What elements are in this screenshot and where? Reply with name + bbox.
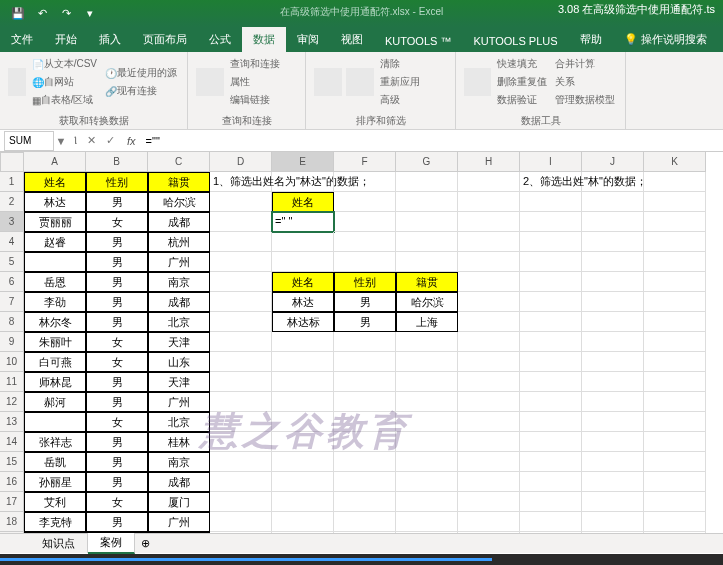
cell[interactable] [334,192,396,212]
col-header-D[interactable]: D [210,152,272,172]
cell[interactable] [272,492,334,512]
fx-icon[interactable]: fx [127,135,136,147]
cell[interactable]: 男 [86,432,148,452]
cell[interactable] [520,492,582,512]
cell[interactable]: 师林昆 [24,372,86,392]
cell[interactable]: 林达 [24,192,86,212]
cell[interactable]: 男 [86,232,148,252]
cell[interactable] [520,212,582,232]
get-data-icon[interactable] [8,68,26,96]
cell[interactable]: 性别 [334,272,396,292]
cell[interactable] [396,372,458,392]
cell[interactable] [210,492,272,512]
from-web-button[interactable]: 🌐 自网站 [28,73,101,91]
refresh-all-icon[interactable] [196,68,224,96]
cell[interactable] [458,352,520,372]
cell[interactable] [644,372,706,392]
cell[interactable]: 男 [86,192,148,212]
row-header-2[interactable]: 2 [0,192,24,212]
cell[interactable]: 哈尔滨 [148,192,210,212]
from-table-button[interactable]: ▦ 自表格/区域 [28,91,101,109]
cell[interactable] [396,512,458,532]
cell[interactable] [334,452,396,472]
cell[interactable]: 广州 [148,392,210,412]
properties-button[interactable]: 属性 [226,73,284,91]
cell[interactable] [334,232,396,252]
cell[interactable]: 籍贯 [396,272,458,292]
cell[interactable] [520,332,582,352]
cell[interactable] [334,352,396,372]
cell[interactable] [396,172,458,192]
row-header-8[interactable]: 8 [0,312,24,332]
col-header-K[interactable]: K [644,152,706,172]
cell[interactable]: 1、筛选出姓名为"林达"的数据； [210,172,272,192]
row-header-5[interactable]: 5 [0,252,24,272]
add-sheet-icon[interactable]: ⊕ [135,537,156,550]
cell[interactable] [582,292,644,312]
col-header-B[interactable]: B [86,152,148,172]
cell[interactable] [272,412,334,432]
cell[interactable] [272,332,334,352]
row-header-13[interactable]: 13 [0,412,24,432]
cell[interactable] [272,512,334,532]
cell[interactable] [520,292,582,312]
cell[interactable]: 男 [86,392,148,412]
cell[interactable]: 女 [86,352,148,372]
cell[interactable] [396,332,458,352]
cell[interactable] [396,232,458,252]
cell[interactable] [210,332,272,352]
cell[interactable] [520,372,582,392]
cell[interactable]: 成都 [148,472,210,492]
row-header-10[interactable]: 10 [0,352,24,372]
redo-icon[interactable]: ↷ [57,5,75,23]
cell[interactable] [396,412,458,432]
queries-button[interactable]: 查询和连接 [226,55,284,73]
cell[interactable] [520,432,582,452]
cell[interactable] [24,412,86,432]
select-all-corner[interactable] [0,152,24,172]
cell[interactable]: =" " [272,212,334,232]
cell[interactable] [458,272,520,292]
cell[interactable]: 南京 [148,272,210,292]
cell[interactable] [582,172,644,192]
cell[interactable] [582,452,644,472]
cell[interactable]: 广州 [148,252,210,272]
cell[interactable]: 天津 [148,372,210,392]
cell[interactable] [644,472,706,492]
cancel-icon[interactable]: ✕ [87,134,96,147]
cell[interactable]: 上海 [396,312,458,332]
cell[interactable]: 北京 [148,312,210,332]
advanced-filter-button[interactable]: 高级 [376,91,424,109]
cell[interactable] [210,232,272,252]
cell[interactable]: 艾利 [24,492,86,512]
cell[interactable] [458,512,520,532]
cell[interactable]: 郝河 [24,392,86,412]
cell[interactable] [644,292,706,312]
cell[interactable]: 男 [86,252,148,272]
col-header-F[interactable]: F [334,152,396,172]
tab-home[interactable]: 开始 [44,27,88,52]
enter-icon[interactable]: ✓ [106,134,115,147]
cell[interactable] [272,452,334,472]
name-box[interactable]: SUM [4,131,54,151]
cell[interactable] [582,312,644,332]
cell[interactable] [272,472,334,492]
cell[interactable] [272,432,334,452]
cell[interactable] [210,352,272,372]
tab-formula[interactable]: 公式 [198,27,242,52]
cell[interactable] [520,392,582,412]
cell[interactable] [396,432,458,452]
cell[interactable]: 男 [86,472,148,492]
cell[interactable] [520,272,582,292]
cell[interactable] [24,252,86,272]
sheet-tab-example[interactable]: 案例 [88,533,135,554]
cell[interactable] [582,272,644,292]
tab-kutools[interactable]: KUTOOLS ™ [374,30,462,52]
cell[interactable]: 林达 [272,292,334,312]
cell[interactable] [396,392,458,412]
cell[interactable] [334,492,396,512]
tab-kutools-plus[interactable]: KUTOOLS PLUS [462,30,568,52]
formula-input[interactable] [142,131,723,151]
cell[interactable] [582,332,644,352]
cell[interactable] [458,472,520,492]
